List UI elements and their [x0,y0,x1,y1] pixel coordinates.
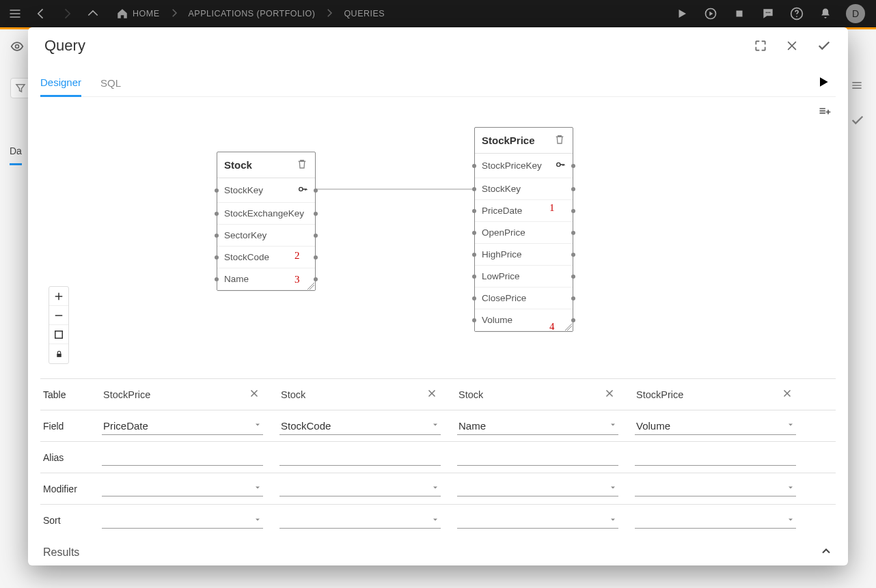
background-tab: Da [10,145,22,165]
modifier-select[interactable] [635,481,796,496]
field-select[interactable]: Volume [635,417,796,435]
chevron-up-icon[interactable] [819,544,833,561]
resize-handle[interactable] [565,324,572,331]
chevron-down-icon [252,514,263,527]
table-cell: StockPrice [102,387,245,403]
add-column-button[interactable] [40,97,836,119]
confirm-icon[interactable] [817,38,832,53]
sort-select[interactable] [102,513,263,529]
key-icon [297,184,308,197]
run-button[interactable] [817,75,836,92]
eye-icon [10,40,24,53]
sort-select[interactable] [279,513,441,529]
entity-field[interactable]: SectorKey [217,225,315,247]
chevron-down-icon [252,419,263,432]
results-label: Results [43,546,79,559]
modifier-select[interactable] [279,481,441,496]
stop-icon[interactable] [731,5,748,22]
entity-field[interactable]: Volume [475,309,573,331]
hamburger-icon [850,79,864,92]
entity-field[interactable]: StockKey [217,178,315,203]
grid-row-alias: Alias [40,442,836,473]
chevron-down-icon [785,482,796,494]
entity-field[interactable]: OpenPrice [475,222,573,244]
entity-title: Stock [224,159,252,171]
dialog-title: Query [44,37,85,55]
modifier-select[interactable] [102,481,263,496]
sort-select[interactable] [457,513,618,529]
alias-input[interactable] [102,449,263,466]
field-select[interactable]: StockCode [279,417,441,435]
entity-field[interactable]: StockCode [217,247,315,268]
avatar[interactable]: D [846,4,865,23]
home-icon [116,8,128,20]
grid-row-sort: Sort [40,505,836,536]
entity-field[interactable]: StockPriceKey [475,154,573,178]
entity-field[interactable]: ClosePrice [475,288,573,309]
entity-stockprice[interactable]: StockPrice StockPriceKey StockKey PriceD… [474,127,573,332]
chevron-down-icon [607,482,618,494]
breadcrumb-applications[interactable]: APPLICATIONS (PORTFOLIO) [189,9,316,18]
chevron-down-icon [430,482,441,494]
close-icon[interactable] [785,39,799,53]
designer-canvas[interactable]: Stock StockKey StockExchangeKey SectorKe… [40,119,836,378]
breadcrumb-home[interactable]: HOME [116,8,160,20]
entity-field[interactable]: StockExchangeKey [217,203,315,225]
entity-field[interactable]: StockKey [475,178,573,200]
chevron-down-icon [607,419,618,432]
results-bar[interactable]: Results [40,536,836,561]
zoom-controls [49,286,69,364]
trash-icon[interactable] [553,133,566,148]
resize-handle[interactable] [307,283,314,290]
entity-field[interactable]: PriceDate [475,200,573,222]
entity-field[interactable]: LowPrice [475,266,573,288]
remove-column-button[interactable] [601,384,618,405]
play-circle-icon[interactable] [702,5,719,22]
check-icon [850,113,865,128]
chevron-right-icon [168,7,180,21]
sort-select[interactable] [635,513,796,529]
zoom-fit-button[interactable] [49,325,68,344]
entity-stock[interactable]: Stock StockKey StockExchangeKey SectorKe… [217,152,316,291]
remove-column-button[interactable] [245,384,263,405]
chevron-down-icon [430,419,441,432]
breadcrumb-queries[interactable]: QUERIES [344,9,385,18]
chevron-down-icon [252,482,263,494]
play-icon[interactable] [674,5,690,22]
annotation: 2 [295,250,300,262]
dialog-header: Query [28,27,848,64]
alias-input[interactable] [457,449,618,466]
fullscreen-icon[interactable] [754,39,767,53]
chevron-down-icon [785,514,796,527]
trash-icon[interactable] [296,158,308,172]
field-select[interactable]: Name [457,417,618,435]
alias-input[interactable] [279,449,441,466]
annotation: 3 [295,274,300,285]
bell-icon[interactable] [817,5,834,22]
field-select[interactable]: PriceDate [102,417,263,435]
chat-icon[interactable] [760,5,776,22]
up-icon[interactable] [85,5,101,22]
chevron-right-icon [323,7,336,21]
menu-icon[interactable] [7,5,23,22]
zoom-out-button[interactable] [49,306,68,325]
entity-field[interactable]: Name [217,268,315,290]
help-icon[interactable] [789,5,805,22]
tab-designer[interactable]: Designer [40,70,81,97]
query-dialog: Query Designer SQL [28,27,848,565]
modifier-select[interactable] [457,481,618,496]
remove-column-button[interactable] [423,384,441,405]
dialog-tabs: Designer SQL [40,64,836,97]
back-icon[interactable] [33,5,49,22]
zoom-lock-button[interactable] [49,344,68,363]
table-cell: Stock [457,387,601,403]
chevron-down-icon [430,514,441,527]
chevron-down-icon [607,514,618,527]
tab-sql[interactable]: SQL [100,70,121,96]
remove-column-button[interactable] [778,384,796,405]
forward-icon [59,5,75,22]
entity-field[interactable]: HighPrice [475,244,573,266]
zoom-in-button[interactable] [49,287,68,306]
alias-input[interactable] [635,449,796,466]
design-grid: Table StockPrice Stock Stock StockPrice … [40,378,836,536]
